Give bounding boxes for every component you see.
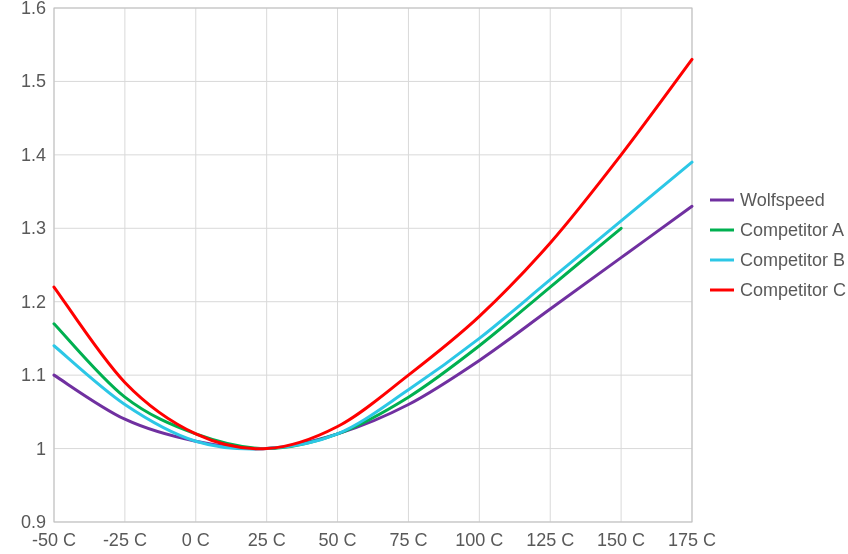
y-tick-label: 1.2 xyxy=(21,292,46,312)
y-tick-label: 1.6 xyxy=(21,0,46,18)
plot-border xyxy=(54,8,692,522)
y-tick-label: 1.1 xyxy=(21,365,46,385)
x-tick-label: 100 C xyxy=(455,530,503,550)
legend-label: Wolfspeed xyxy=(740,190,825,210)
chart-container: 0.911.11.21.31.41.51.6-50 C-25 C0 C25 C5… xyxy=(0,0,848,554)
legend-label: Competitor B xyxy=(740,250,845,270)
x-tick-label: 25 C xyxy=(248,530,286,550)
x-tick-label: 0 C xyxy=(182,530,210,550)
x-tick-label: 125 C xyxy=(526,530,574,550)
y-tick-label: 1.5 xyxy=(21,71,46,91)
x-tick-label: -50 C xyxy=(32,530,76,550)
legend: WolfspeedCompetitor ACompetitor BCompeti… xyxy=(710,190,846,300)
y-tick-label: 1.4 xyxy=(21,145,46,165)
x-tick-label: 150 C xyxy=(597,530,645,550)
x-tick-label: -25 C xyxy=(103,530,147,550)
x-tick-label: 75 C xyxy=(389,530,427,550)
legend-label: Competitor A xyxy=(740,220,844,240)
y-tick-label: 1.3 xyxy=(21,218,46,238)
line-chart: 0.911.11.21.31.41.51.6-50 C-25 C0 C25 C5… xyxy=(0,0,848,554)
legend-label: Competitor C xyxy=(740,280,846,300)
x-tick-label: 175 C xyxy=(668,530,716,550)
y-tick-label: 0.9 xyxy=(21,512,46,532)
series-line xyxy=(54,59,692,448)
x-tick-label: 50 C xyxy=(319,530,357,550)
y-tick-label: 1 xyxy=(36,439,46,459)
